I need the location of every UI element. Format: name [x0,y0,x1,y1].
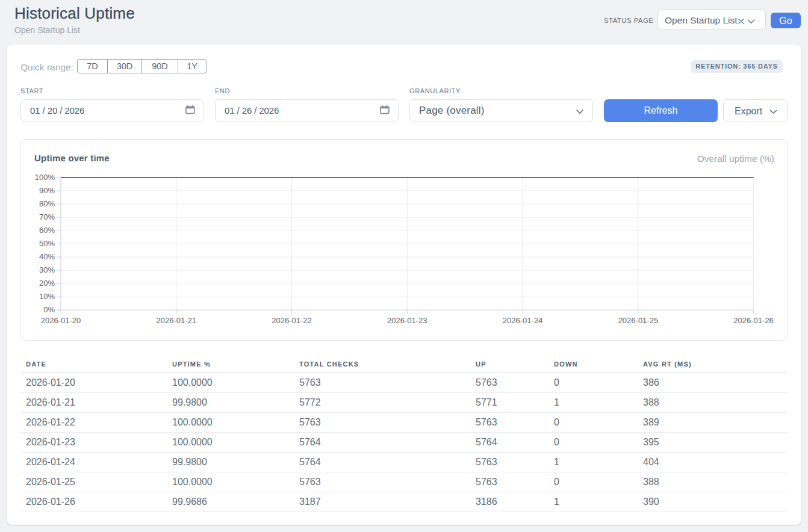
svg-text:50%: 50% [39,239,55,248]
svg-text:2026-01-24: 2026-01-24 [503,316,543,325]
svg-text:2026-01-23: 2026-01-23 [387,316,427,325]
svg-text:40%: 40% [39,252,55,261]
svg-text:2026-01-22: 2026-01-22 [272,316,312,325]
svg-text:0%: 0% [43,305,55,314]
svg-text:2026-01-20: 2026-01-20 [41,316,81,325]
svg-text:70%: 70% [39,212,55,221]
svg-text:10%: 10% [39,292,55,301]
svg-text:80%: 80% [39,199,55,208]
svg-text:60%: 60% [39,226,55,235]
svg-text:2026-01-25: 2026-01-25 [618,316,659,325]
svg-text:2026-01-26: 2026-01-26 [733,316,774,325]
svg-text:90%: 90% [39,186,55,195]
svg-text:100%: 100% [35,173,55,182]
svg-text:2026-01-21: 2026-01-21 [157,316,197,325]
svg-text:20%: 20% [39,279,55,288]
svg-text:30%: 30% [39,265,55,274]
